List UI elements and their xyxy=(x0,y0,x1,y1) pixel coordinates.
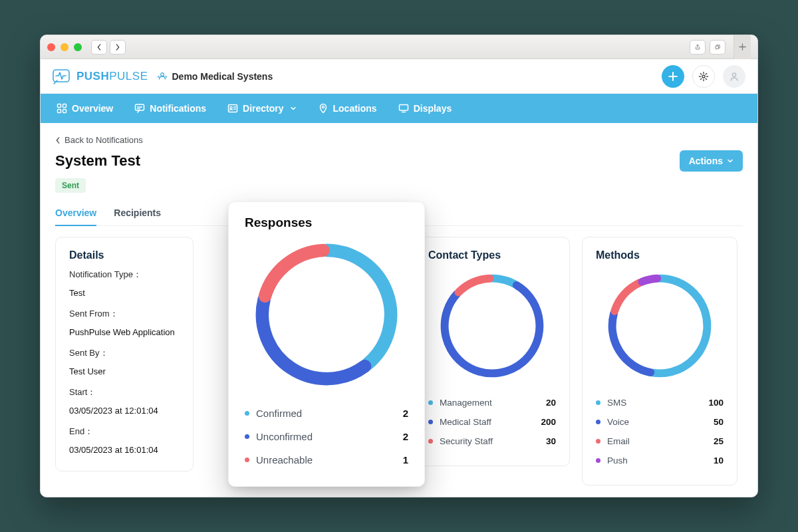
methods-card: Methods SMS100Voice50Email25Push10 xyxy=(582,237,737,485)
user-avatar[interactable] xyxy=(723,65,745,88)
nav-notifications[interactable]: Notifications xyxy=(125,94,215,123)
svg-point-3 xyxy=(702,75,705,78)
svg-rect-0 xyxy=(716,46,719,49)
nav-displays[interactable]: Displays xyxy=(389,94,462,123)
donut-segment xyxy=(614,283,640,311)
org-icon xyxy=(157,71,168,82)
legend-label: Confirmed xyxy=(256,408,302,419)
legend-row: Unreachable1 xyxy=(245,448,408,471)
browser-forward-button[interactable] xyxy=(110,40,126,55)
chevron-right-icon xyxy=(115,44,120,51)
create-button[interactable] xyxy=(662,65,684,88)
tabs-button[interactable] xyxy=(710,40,726,55)
detail-label: Notification Type： xyxy=(69,268,180,281)
legend-label: Medical Staff xyxy=(440,417,491,427)
chevron-down-icon xyxy=(290,105,297,112)
svg-rect-13 xyxy=(399,105,408,111)
actions-button[interactable]: Actions xyxy=(680,150,743,172)
detail-label: Sent By： xyxy=(69,346,180,360)
share-button[interactable] xyxy=(690,40,706,55)
legend-row: Unconfirmed2 xyxy=(245,425,408,448)
plus-icon xyxy=(668,72,678,81)
legend-value: 30 xyxy=(546,436,556,446)
browser-back-button[interactable] xyxy=(91,40,107,55)
svg-rect-5 xyxy=(58,104,61,108)
legend-dot xyxy=(428,420,433,424)
svg-rect-7 xyxy=(58,110,61,113)
traffic-lights xyxy=(47,43,82,51)
detail-label: End： xyxy=(69,425,180,438)
close-window-icon[interactable] xyxy=(47,43,55,51)
svg-rect-10 xyxy=(229,105,237,112)
nav-directory[interactable]: Directory xyxy=(218,94,305,123)
svg-rect-6 xyxy=(63,104,66,108)
detail-value: PushPulse Web Application xyxy=(69,326,180,339)
donut-segment xyxy=(458,279,489,293)
legend-label: Email xyxy=(607,436,630,446)
org-switcher[interactable]: Demo Medical Systens xyxy=(157,71,273,82)
minimize-window-icon[interactable] xyxy=(61,43,68,51)
donut-segment xyxy=(262,299,364,379)
pin-icon xyxy=(318,103,329,114)
legend-dot xyxy=(428,400,433,405)
nav-overview[interactable]: Overview xyxy=(47,94,122,123)
methods-title: Methods xyxy=(596,249,724,261)
svg-point-11 xyxy=(230,106,232,108)
legend-dot xyxy=(596,439,600,444)
chevron-left-icon xyxy=(55,137,61,144)
legend-value: 1 xyxy=(403,454,408,466)
main-nav: Overview Notifications Directory Locatio… xyxy=(41,94,757,123)
legend-dot xyxy=(596,458,600,463)
donut-segment xyxy=(327,250,391,364)
legend-label: Push xyxy=(607,456,628,466)
details-body: Notification Type：TestSent From：PushPuls… xyxy=(69,268,180,456)
page-title: System Test xyxy=(55,152,140,170)
legend-value: 200 xyxy=(541,417,556,427)
nav-label: Locations xyxy=(333,103,377,114)
nav-locations[interactable]: Locations xyxy=(309,94,386,123)
svg-point-4 xyxy=(732,72,735,76)
responses-title: Responses xyxy=(245,215,408,230)
tab-overview[interactable]: Overview xyxy=(55,202,96,226)
legend-value: 10 xyxy=(714,456,724,466)
browser-window: PUSHPULSE Demo Medical Systens Overview … xyxy=(40,35,758,497)
user-icon xyxy=(729,71,739,82)
tab-recipients[interactable]: Recipients xyxy=(114,202,161,225)
tabs-icon xyxy=(715,44,720,51)
legend-label: Unreachable xyxy=(256,454,313,466)
legend-dot xyxy=(245,458,249,462)
responses-card: Responses Confirmed2Unconfirmed2Unreacha… xyxy=(228,201,425,487)
legend-label: Security Staff xyxy=(440,436,493,446)
contact-types-card: Contact Types Management20Medical Staff2… xyxy=(414,237,570,466)
legend-value: 50 xyxy=(714,417,724,427)
methods-legend: SMS100Voice50Email25Push10 xyxy=(596,393,724,470)
legend-value: 2 xyxy=(403,408,408,419)
legend-value: 20 xyxy=(546,398,556,408)
donut-segment xyxy=(653,279,707,374)
legend-dot xyxy=(428,439,433,444)
brand-logo[interactable]: PUSHPULSE xyxy=(53,68,148,85)
maximize-window-icon[interactable] xyxy=(74,43,82,51)
monitor-icon xyxy=(398,103,409,114)
new-tab-button[interactable] xyxy=(733,35,751,59)
legend-row: Voice50 xyxy=(596,412,724,432)
chevron-down-icon xyxy=(727,158,733,164)
actions-label: Actions xyxy=(689,156,723,166)
svg-point-2 xyxy=(161,72,164,76)
donut-segment xyxy=(445,285,540,374)
legend-value: 25 xyxy=(714,436,724,446)
legend-dot xyxy=(245,434,249,439)
legend-row: Management20 xyxy=(428,393,556,412)
logo-icon xyxy=(53,68,72,85)
status-badge: Sent xyxy=(55,178,86,193)
legend-label: Unconfirmed xyxy=(256,431,313,442)
settings-button[interactable] xyxy=(692,65,715,88)
legend-label: SMS xyxy=(607,398,626,408)
back-link[interactable]: Back to Notifications xyxy=(55,132,743,148)
donut-segment xyxy=(642,279,657,282)
app-header: PUSHPULSE Demo Medical Systens xyxy=(41,59,757,94)
responses-legend: Confirmed2Unconfirmed2Unreachable1 xyxy=(245,402,408,471)
donut-segment xyxy=(612,313,651,372)
back-link-label: Back to Notifications xyxy=(65,135,143,145)
legend-value: 100 xyxy=(708,398,724,408)
